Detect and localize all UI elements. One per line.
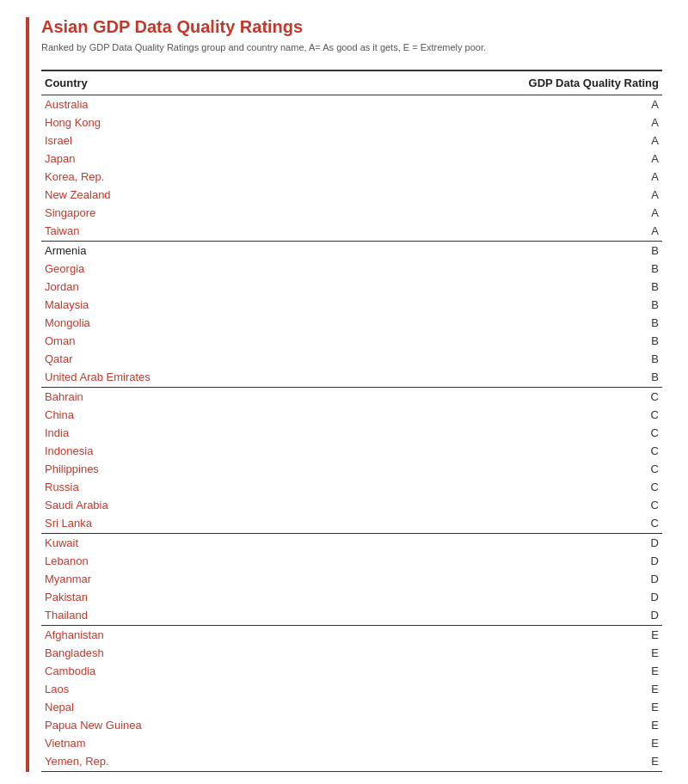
table-row: United Arab EmiratesB (41, 368, 662, 388)
country-link[interactable]: Malaysia (45, 298, 89, 311)
rating-cell: E (321, 716, 662, 734)
table-row: Sri LankaC (41, 514, 662, 534)
country-cell: Georgia (41, 260, 321, 278)
country-link[interactable]: Lebanon (45, 554, 89, 567)
country-link[interactable]: New Zealand (45, 188, 111, 201)
rating-cell: C (321, 442, 662, 460)
country-cell: Taiwan (41, 222, 321, 242)
rating-cell: C (321, 496, 662, 514)
rating-cell: B (321, 260, 662, 278)
col-header-country: Country (41, 70, 321, 95)
country-link[interactable]: China (45, 408, 74, 421)
country-link[interactable]: United Arab Emirates (45, 371, 150, 383)
country-cell: Bangladesh (41, 644, 321, 662)
rating-cell: C (321, 514, 662, 534)
rating-cell: C (321, 388, 662, 407)
table-row: ChinaC (41, 406, 662, 424)
country-link[interactable]: Bangladesh (45, 646, 104, 659)
rating-cell: E (321, 734, 662, 752)
rating-cell: E (321, 752, 662, 772)
table-row: PhilippinesC (41, 460, 662, 478)
rating-cell: A (321, 132, 662, 150)
country-cell: Myanmar (41, 570, 321, 588)
country-cell: Jordan (41, 278, 321, 296)
country-link[interactable]: Laos (45, 683, 69, 695)
country-link[interactable]: Vietnam (45, 737, 85, 750)
country-link[interactable]: Thailand (45, 609, 88, 622)
country-link[interactable]: Kuwait (45, 536, 78, 549)
country-link[interactable]: Papua New Guinea (45, 719, 142, 732)
country-link[interactable]: Hong Kong (45, 116, 101, 129)
rating-cell: D (321, 606, 662, 626)
country-link[interactable]: Singapore (45, 206, 95, 219)
country-link[interactable]: Oman (45, 334, 75, 347)
country-link[interactable]: Nepal (45, 701, 74, 714)
table-row: RussiaC (41, 478, 662, 496)
rating-cell: A (321, 95, 662, 114)
rating-cell: B (321, 368, 662, 388)
table-row: Hong KongA (41, 113, 662, 132)
country-cell: United Arab Emirates (41, 368, 321, 388)
country-cell: Saudi Arabia (41, 496, 321, 514)
country-link[interactable]: Taiwan (45, 224, 79, 237)
rating-cell: B (321, 332, 662, 350)
country-link[interactable]: Sri Lanka (45, 517, 92, 530)
country-link[interactable]: Israel (45, 134, 72, 147)
table-row: AfghanistanE (41, 626, 662, 645)
country-link[interactable]: Bahrain (45, 390, 83, 403)
rating-cell: A (321, 168, 662, 186)
country-cell: Philippines (41, 460, 321, 478)
country-link[interactable]: Mongolia (45, 316, 90, 329)
rating-cell: D (321, 552, 662, 570)
page-container: Asian GDP Data Quality Ratings Ranked by… (26, 17, 662, 772)
table-row: LaosE (41, 680, 662, 698)
table-row: TaiwanA (41, 222, 662, 242)
table-row: MongoliaB (41, 314, 662, 332)
rating-cell: B (321, 296, 662, 314)
country-cell: Papua New Guinea (41, 716, 321, 734)
country-cell: Japan (41, 150, 321, 168)
table-row: Yemen, Rep.E (41, 752, 662, 772)
country-link[interactable]: Qatar (45, 352, 73, 365)
rating-cell: D (321, 534, 662, 553)
table-row: MyanmarD (41, 570, 662, 588)
country-link[interactable]: Cambodia (45, 665, 95, 677)
rating-cell: C (321, 478, 662, 496)
country-link[interactable]: Australia (45, 98, 89, 111)
rating-cell: A (321, 186, 662, 204)
table-row: ThailandD (41, 606, 662, 626)
left-accent-border (26, 17, 29, 772)
country-link[interactable]: Philippines (45, 462, 99, 475)
table-row: SingaporeA (41, 204, 662, 222)
country-link[interactable]: Saudi Arabia (45, 499, 108, 511)
country-cell: Afghanistan (41, 626, 321, 645)
country-link[interactable]: Korea, Rep. (45, 170, 104, 183)
country-link[interactable]: Afghanistan (45, 628, 104, 641)
country-link[interactable]: Pakistan (45, 591, 88, 603)
table-row: BangladeshE (41, 644, 662, 662)
rating-cell: E (321, 644, 662, 662)
country-link[interactable]: Myanmar (45, 573, 91, 585)
rating-cell: E (321, 626, 662, 645)
country-cell: Hong Kong (41, 113, 321, 132)
table-row: NepalE (41, 698, 662, 716)
country-link[interactable]: Jordan (45, 280, 79, 293)
country-link[interactable]: Indonesia (45, 444, 93, 457)
rating-cell: A (321, 204, 662, 222)
country-cell: Vietnam (41, 734, 321, 752)
rating-cell: E (321, 698, 662, 716)
table-row: ArmeniaB (41, 242, 662, 260)
country-link[interactable]: Yemen, Rep. (45, 755, 109, 768)
country-cell: Russia (41, 478, 321, 496)
table-row: New ZealandA (41, 186, 662, 204)
table-row: KuwaitD (41, 534, 662, 553)
rating-cell: A (321, 222, 662, 242)
country-cell: Nepal (41, 698, 321, 716)
country-cell: Thailand (41, 606, 321, 626)
country-link[interactable]: Japan (45, 152, 75, 165)
country-link[interactable]: Georgia (45, 262, 84, 275)
country-cell: India (41, 424, 321, 442)
country-link[interactable]: India (45, 426, 69, 439)
country-link[interactable]: Russia (45, 481, 79, 493)
country-cell: Singapore (41, 204, 321, 222)
